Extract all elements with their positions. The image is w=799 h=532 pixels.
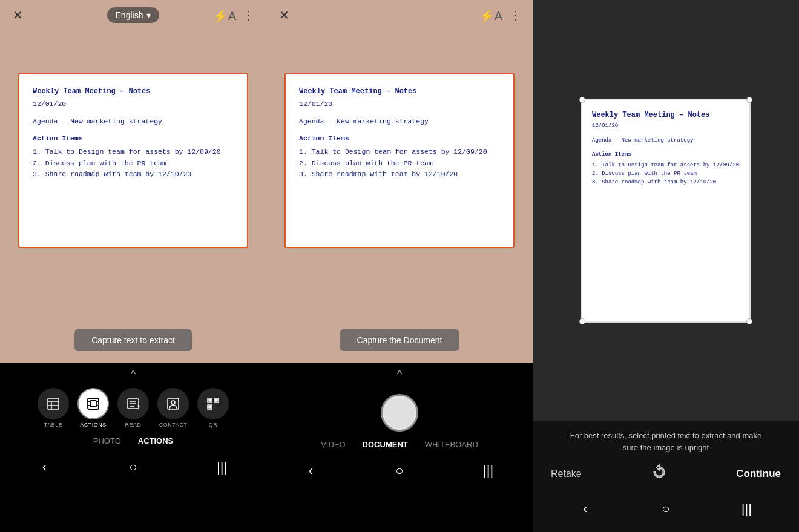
left-icon-table[interactable]: TABLE [38,388,69,428]
mid-doc-item-1: 1. Talk to Design team for assets by 12/… [299,146,500,157]
left-document-card: Weekly Team Meeting – Notes 12/01/20 Age… [18,73,248,248]
right-doc-action-title: Action Items [592,151,740,159]
hint-text: For best results, select printed text to… [563,430,769,453]
left-doc-title: Weekly Team Meeting – Notes [33,86,234,97]
continue-button[interactable]: Continue [736,468,781,480]
mid-document-card: Weekly Team Meeting – Notes 12/01/20 Age… [284,73,515,248]
svg-rect-0 [48,398,59,409]
svg-point-15 [171,401,175,404]
left-back-button[interactable]: ‹ [32,455,56,479]
language-button[interactable]: English ▾ [107,7,160,23]
mid-doc-date: 12/01/20 [299,99,500,110]
left-doc-text: Weekly Team Meeting – Notes 12/01/20 Age… [33,86,234,180]
retake-button[interactable]: Retake [551,468,582,479]
right-bottom-section: For best results, select printed text to… [533,421,799,532]
table-icon-label: TABLE [44,422,62,428]
mid-close-button[interactable]: ✕ [275,6,293,24]
right-doc-date: 12/01/20 [592,122,740,131]
mid-nav-bar: ‹ ○ ||| [266,450,533,489]
mid-tab-whiteboard[interactable]: WHITEBOARD [423,439,481,450]
left-icon-row: TABLE ACTIONS [38,388,229,428]
left-icon-qr[interactable]: QR [197,388,229,428]
mid-home-button[interactable]: ○ [387,459,412,483]
svg-rect-20 [215,399,217,401]
right-home-button[interactable]: ○ [654,497,678,521]
left-close-button[interactable]: ✕ [8,6,27,24]
corner-handle-tl[interactable] [579,97,585,103]
right-doc-item-1: 1. Talk to Design team for assets by 12/… [592,162,740,170]
contact-icon-circle [157,388,189,419]
mid-doc-title: Weekly Team Meeting – Notes [299,86,500,97]
mid-doc-text: Weekly Team Meeting – Notes 12/01/20 Age… [299,86,500,180]
svg-rect-19 [209,399,211,401]
middle-panel: ✕ ⋮ ⚡A Weekly Team Meeting – Notes 12/01… [266,0,533,532]
mid-capture-button[interactable]: Capture the Document [340,329,459,351]
left-panel: ✕ English ▾ ⋮ ⚡A Weekly Team Meeting – N… [0,0,266,532]
corner-handle-bl[interactable] [579,318,585,324]
left-icon-contact[interactable]: CONTACT [157,388,189,428]
right-doc-agenda: Agenda – New marketing strategy [592,137,740,145]
contact-icon-label: CONTACT [159,422,187,428]
left-tab-photo[interactable]: PHOTO [91,435,123,447]
left-mode-tabs: PHOTO ACTIONS [91,435,176,447]
left-more-button[interactable]: ⋮ [240,6,258,24]
mid-tab-document[interactable]: DOCUMENT [360,439,410,450]
left-doc-agenda: Agenda – New marketing strategy [33,116,234,127]
left-top-bar: ✕ English ▾ ⋮ [0,0,266,30]
read-icon-label: READ [125,422,141,428]
mid-camera-view: ✕ ⋮ ⚡A Weekly Team Meeting – Notes 12/01… [266,0,533,363]
mid-top-bar: ✕ ⋮ [266,0,533,30]
qr-icon-label: QR [209,422,218,428]
left-icon-read[interactable]: READ [117,388,149,428]
actions-icon-circle [77,388,109,419]
qr-icon-circle [197,388,229,419]
right-doc-title: Weekly Team Meeting – Notes [592,110,740,121]
left-bottom-nav: ^ TABLE [0,363,266,532]
left-doc-item-3: 3. Share roadmap with team by 12/10/20 [33,169,234,180]
right-nav-bar: ‹ ○ ||| [545,492,787,526]
language-label: English [116,10,143,20]
left-capture-button[interactable]: Capture text to extract [74,329,192,351]
mid-chevron-up-icon[interactable]: ^ [397,368,402,381]
mid-doc-agenda: Agenda – New marketing strategy [299,116,500,127]
left-icon-actions[interactable]: ACTIONS [77,388,109,428]
mid-doc-action-title: Action Items [299,133,500,144]
mid-doc-item-2: 2. Discuss plan with the PR team [299,158,500,169]
right-action-row: Retake Continue [545,464,787,484]
left-doc-item-2: 2. Discuss plan with the PR team [33,158,234,169]
corner-handle-tr[interactable] [746,97,752,103]
mid-back-button[interactable]: ‹ [298,459,323,483]
mid-doc-item-3: 3. Share roadmap with team by 12/10/20 [299,169,500,180]
captured-document: Weekly Team Meeting – Notes 12/01/20 Age… [581,99,751,323]
right-camera-view: Weekly Team Meeting – Notes 12/01/20 Age… [533,0,799,421]
read-icon-circle [117,388,149,419]
left-doc-item-1: 1. Talk to Design team for assets by 12/… [33,146,234,157]
mid-tab-video[interactable]: VIDEO [318,439,347,450]
left-home-button[interactable]: ○ [121,455,145,479]
chevron-down-icon: ▾ [146,10,151,20]
right-doc-item-2: 2. Discuss plan with the PR team [592,170,740,179]
mid-mode-tabs: VIDEO DOCUMENT WHITEBOARD [318,439,481,450]
right-panel: Weekly Team Meeting – Notes 12/01/20 Age… [533,0,799,532]
left-doc-action-title: Action Items [33,133,234,144]
left-tab-actions[interactable]: ACTIONS [136,435,176,447]
svg-rect-5 [90,401,96,407]
rotate-icon[interactable] [651,464,667,484]
right-doc-item-3: 3. Share roadmap with team by 12/10/20 [592,179,740,187]
actions-icon-label: ACTIONS [80,422,107,428]
left-chevron-up-icon[interactable]: ^ [131,368,136,381]
mid-bottom-nav: ^ VIDEO DOCUMENT WHITEBOARD ‹ ○ ||| [266,363,533,532]
svg-rect-21 [209,406,211,408]
mid-recents-button[interactable]: ||| [476,459,501,483]
mid-shutter-button[interactable] [381,394,418,432]
left-recents-button[interactable]: ||| [210,455,234,479]
right-back-button[interactable]: ‹ [573,497,597,521]
left-doc-date: 12/01/20 [33,99,234,110]
corner-handle-br[interactable] [746,318,752,324]
right-doc-text: Weekly Team Meeting – Notes 12/01/20 Age… [592,110,740,187]
mid-more-button[interactable]: ⋮ [506,6,524,24]
svg-rect-4 [88,398,99,409]
table-icon-circle [38,388,69,419]
right-recents-button[interactable]: ||| [734,497,758,521]
left-camera-view: ✕ English ▾ ⋮ ⚡A Weekly Team Meeting – N… [0,0,266,363]
